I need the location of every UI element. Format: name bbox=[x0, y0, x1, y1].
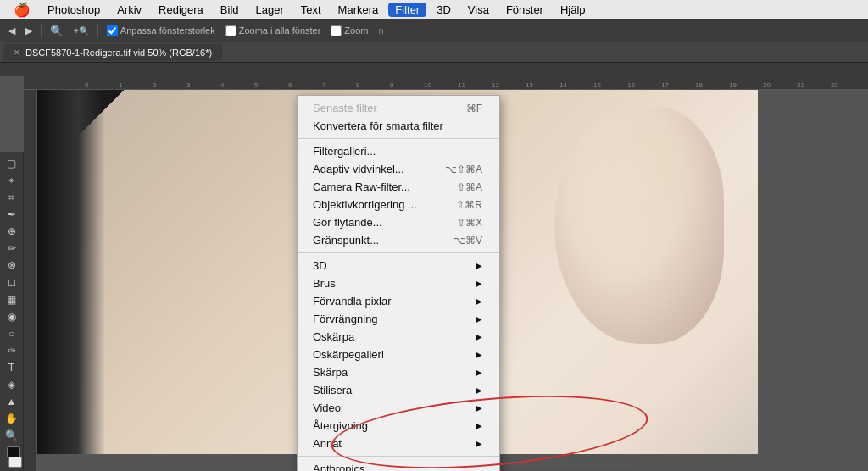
ps-tabbar: ✕ DSCF5870-1-Redigera.tif vid 50% (RGB/1… bbox=[0, 42, 868, 63]
tool-dodge[interactable]: ○ bbox=[3, 326, 21, 341]
tool-hand[interactable]: ✋ bbox=[3, 411, 21, 426]
tools-panel: ▢ ⌖ ⌗ ✒ ⊕ ✏ ⊗ ◻ ▦ ◉ ○ ✑ T ◈ ▲ ✋ 🔍 bbox=[0, 152, 24, 471]
menubar-photoshop[interactable]: Photoshop bbox=[41, 3, 107, 17]
menu-senaste[interactable]: Senaste filter ⌘F bbox=[298, 99, 499, 117]
tool-text[interactable]: T bbox=[3, 360, 21, 375]
menubar-redigera[interactable]: Redigera bbox=[152, 3, 210, 17]
menu-forvrängning[interactable]: Förvrängning ▶ bbox=[298, 310, 499, 328]
toolbar-zoom-extra: n bbox=[375, 24, 387, 37]
photo-highlight bbox=[571, 90, 707, 259]
menubar: 🍎 Photoshop Arkiv Redigera Bild Lager Te… bbox=[0, 0, 868, 19]
tool-crop[interactable]: ⌗ bbox=[3, 190, 21, 205]
menubar-3d[interactable]: 3D bbox=[430, 3, 458, 17]
ps-tab-main[interactable]: ✕ DSCF5870-1-Redigera.tif vid 50% (RGB/1… bbox=[3, 44, 222, 61]
canvas-area: ▢ ⌖ ⌗ ✒ ⊕ ✏ ⊗ ◻ ▦ ◉ ○ ✑ T ◈ ▲ ✋ 🔍 0 1 2 … bbox=[0, 76, 868, 471]
toolbar-sep2 bbox=[97, 24, 98, 37]
menu-forvandla[interactable]: Förvandla pixlar ▶ bbox=[298, 292, 499, 310]
tool-pen[interactable]: ✑ bbox=[3, 343, 21, 358]
menu-sep3 bbox=[298, 456, 499, 457]
menubar-hjälp[interactable]: Hjälp bbox=[554, 3, 593, 17]
tab-close-icon[interactable]: ✕ bbox=[14, 48, 20, 57]
toolbar-zooma-all[interactable]: Zooma i alla fönster bbox=[222, 25, 325, 36]
menubar-lager[interactable]: Lager bbox=[249, 3, 291, 17]
photo-dark-left bbox=[37, 90, 105, 454]
tool-lasso[interactable]: ⌖ bbox=[3, 173, 21, 188]
menubar-filter[interactable]: Filter bbox=[388, 3, 426, 17]
ps-toolbar: ◀ ▶ 🔍 +🔍 Anpassa fönsterstorlek Zooma i … bbox=[0, 19, 868, 42]
toolbar-zoom-in[interactable]: +🔍 bbox=[70, 25, 92, 37]
tool-path[interactable]: ◈ bbox=[3, 377, 21, 392]
menubar-fönster[interactable]: Fönster bbox=[499, 3, 550, 17]
tool-heal[interactable]: ⊕ bbox=[3, 224, 21, 239]
menu-adaptiv[interactable]: Adaptiv vidvinkel... ⌥⇧⌘A bbox=[298, 160, 499, 178]
menubar-arkiv[interactable]: Arkiv bbox=[110, 3, 148, 17]
menu-sep1 bbox=[298, 138, 499, 139]
tool-blur[interactable]: ◉ bbox=[3, 309, 21, 324]
filter-dropdown[interactable]: Senaste filter ⌘F Konvertera för smarta … bbox=[297, 95, 500, 471]
v-ruler: 0 1 2 3 4 5 6 7 8 9 bbox=[24, 90, 37, 471]
menu-annat[interactable]: Annat ▶ bbox=[298, 435, 499, 452]
tab-filename: DSCF5870-1-Redigera.tif vid 50% (RGB/16*… bbox=[25, 47, 212, 58]
h-ruler: 0 1 2 3 4 5 6 7 8 9 10 11 12 13 14 15 16… bbox=[24, 76, 868, 90]
apple-menu[interactable]: 🍎 bbox=[7, 1, 37, 19]
menu-skärpa[interactable]: Skärpa ▶ bbox=[298, 363, 499, 381]
menu-återgivning[interactable]: Återgivning ▶ bbox=[298, 417, 499, 435]
menu-konvertera[interactable]: Konvertera för smarta filter bbox=[298, 117, 499, 135]
menu-flytande[interactable]: Gör flytande... ⇧⌘X bbox=[298, 213, 499, 231]
tool-zoom[interactable]: 🔍 bbox=[3, 428, 21, 443]
tool-shape[interactable]: ▲ bbox=[3, 394, 21, 409]
tool-select[interactable]: ▢ bbox=[3, 156, 21, 171]
menubar-visa[interactable]: Visa bbox=[461, 3, 496, 17]
menu-objektivkorr[interactable]: Objektivkorrigering ... ⇧⌘R bbox=[298, 196, 499, 213]
toolbar-anpassa[interactable]: Anpassa fönsterstorlek bbox=[103, 25, 219, 36]
menu-sep2 bbox=[298, 252, 499, 253]
tool-eyedrop[interactable]: ✒ bbox=[3, 207, 21, 222]
menu-oskärpagalleri[interactable]: Oskärpegalleri ▶ bbox=[298, 346, 499, 363]
menu-oskärpa[interactable]: Oskärpa ▶ bbox=[298, 328, 499, 346]
tool-clone[interactable]: ⊗ bbox=[3, 258, 21, 273]
toolbar-fwd-btn[interactable]: ▶ bbox=[22, 24, 36, 38]
menu-filtergalleri[interactable]: Filtergalleri... bbox=[298, 142, 499, 160]
tool-eraser[interactable]: ◻ bbox=[3, 274, 21, 290]
menu-video[interactable]: Video ▶ bbox=[298, 399, 499, 417]
menubar-bild[interactable]: Bild bbox=[214, 3, 246, 17]
menu-brus[interactable]: Brus ▶ bbox=[298, 274, 499, 292]
tool-brush[interactable]: ✏ bbox=[3, 241, 21, 256]
tool-gradient[interactable]: ▦ bbox=[3, 292, 21, 308]
menu-cameraraw[interactable]: Camera Raw-filter... ⇧⌘A bbox=[298, 178, 499, 196]
menubar-text[interactable]: Text bbox=[294, 3, 328, 17]
tool-bg-color[interactable] bbox=[8, 457, 22, 468]
menu-anthropics[interactable]: Anthropics bbox=[298, 460, 499, 471]
toolbar-back-btn[interactable]: ◀ bbox=[5, 24, 19, 38]
menu-granspunkt[interactable]: Gränspunkt... ⌥⌘V bbox=[298, 231, 499, 249]
toolbar-zoom[interactable]: Zoom bbox=[327, 25, 371, 36]
toolbar-sep1 bbox=[41, 24, 42, 37]
menu-stilisera[interactable]: Stilisera ▶ bbox=[298, 381, 499, 399]
menubar-markera[interactable]: Markera bbox=[331, 3, 386, 17]
toolbar-zoom-out[interactable]: 🔍 bbox=[47, 23, 67, 39]
menu-3d[interactable]: 3D ▶ bbox=[298, 257, 499, 274]
